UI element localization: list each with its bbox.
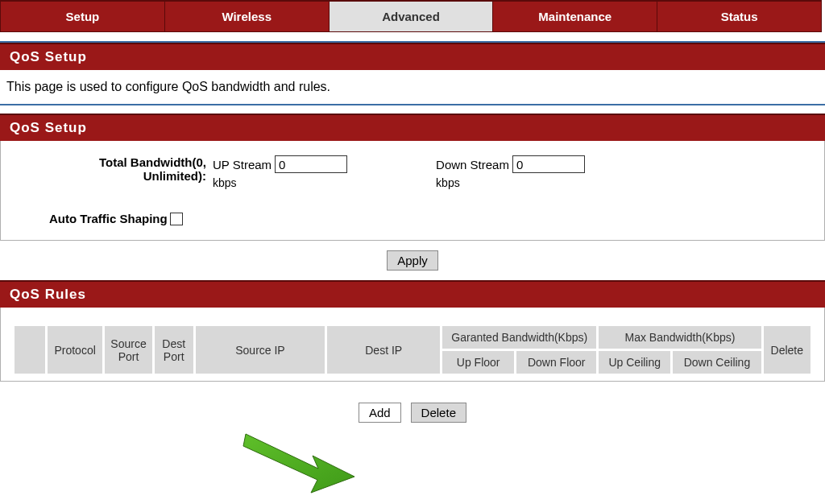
add-button[interactable]: Add bbox=[359, 403, 401, 423]
apply-button[interactable]: Apply bbox=[387, 250, 438, 271]
apply-bar: Apply bbox=[0, 241, 825, 280]
qos-setup-header-2: QoS Setup bbox=[0, 114, 825, 141]
down-stream-unit: kbps bbox=[436, 176, 585, 189]
col-dest-ip: Dest IP bbox=[326, 325, 442, 375]
down-stream-input[interactable] bbox=[512, 155, 585, 173]
col-protocol: Protocol bbox=[46, 325, 104, 375]
tab-advanced[interactable]: Advanced bbox=[329, 2, 493, 31]
qos-setup-header-1: QoS Setup bbox=[0, 43, 825, 70]
col-down-floor: Down Floor bbox=[516, 350, 598, 375]
rules-buttons: Add Delete bbox=[0, 382, 825, 432]
col-blank bbox=[14, 325, 47, 375]
tab-wireless[interactable]: Wireless bbox=[164, 2, 329, 31]
down-stream-label: Down Stream bbox=[436, 158, 509, 171]
divider bbox=[0, 35, 825, 43]
tab-maintenance[interactable]: Maintenance bbox=[492, 2, 657, 31]
col-up-ceiling: Up Ceiling bbox=[598, 350, 672, 375]
col-down-ceiling: Down Ceiling bbox=[672, 350, 762, 375]
col-dest-port: Dest Port bbox=[153, 325, 194, 375]
delete-button[interactable]: Delete bbox=[411, 403, 466, 423]
up-stream-label: UP Stream bbox=[213, 158, 272, 171]
auto-traffic-shaping-checkbox[interactable] bbox=[170, 213, 183, 225]
qos-rules-header: QoS Rules bbox=[0, 280, 825, 308]
col-source-ip: Source IP bbox=[194, 325, 325, 375]
qos-setup-form: Total Bandwidth(0, Unlimited): UP Stream… bbox=[0, 141, 825, 241]
tab-status[interactable]: Status bbox=[657, 2, 821, 31]
tab-setup[interactable]: Setup bbox=[1, 2, 164, 31]
up-stream-unit: kbps bbox=[213, 176, 347, 189]
col-max-bw: Max Bandwidth(Kbps) bbox=[598, 325, 762, 350]
main-tabs: Setup Wireless Advanced Maintenance Stat… bbox=[0, 0, 822, 32]
col-guaranteed-bw: Garanted Bandwidth(Kbps) bbox=[442, 325, 598, 350]
col-delete: Delete bbox=[762, 325, 811, 375]
qos-setup-description: This page is used to configure QoS bandw… bbox=[0, 70, 825, 105]
auto-traffic-shaping-label: Auto Traffic Shaping bbox=[49, 212, 168, 225]
col-up-floor: Up Floor bbox=[442, 350, 516, 375]
total-bandwidth-label: Total Bandwidth(0, Unlimited): bbox=[49, 155, 206, 183]
up-stream-input[interactable] bbox=[275, 155, 347, 173]
qos-rules-table: Protocol Source Port Dest Port Source IP… bbox=[12, 324, 813, 376]
qos-rules-body: Protocol Source Port Dest Port Source IP… bbox=[0, 308, 825, 382]
col-source-port: Source Port bbox=[104, 325, 153, 375]
